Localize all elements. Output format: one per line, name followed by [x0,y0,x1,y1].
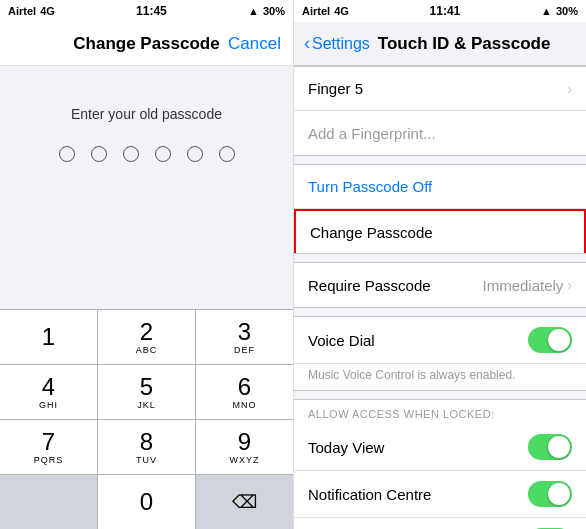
passcode-dot [59,146,75,162]
key-num: 8 [140,430,153,454]
numpad-row-2: 4 GHI 5 JKL 6 MNO [0,364,293,419]
left-status-bar: Airtel 4G 11:45 ▲ 30% [0,0,293,22]
numpad-key-4[interactable]: 4 GHI [0,365,98,419]
require-passcode-item[interactable]: Require Passcode Immediately › [294,263,586,307]
key-letters: WXYZ [230,455,260,465]
right-panel: Airtel 4G 11:41 ▲ 30% ‹ Settings Touch I… [293,0,586,529]
chevron-right-icon: › [567,277,572,293]
back-chevron-icon: ‹ [304,33,310,54]
require-passcode-group: Require Passcode Immediately › [294,262,586,308]
left-network: 4G [40,5,55,17]
notification-centre-item[interactable]: Notification Centre [294,471,586,518]
numpad-key-8[interactable]: 8 TUV [98,420,196,474]
key-num: 1 [42,325,55,349]
right-time: 11:41 [430,4,461,18]
key-letters: PQRS [34,455,64,465]
notification-centre-label: Notification Centre [308,486,431,503]
key-num: 6 [238,375,251,399]
right-battery: 30% [556,5,578,17]
left-nav-title: Change Passcode [73,34,219,54]
right-nav-bar: ‹ Settings Touch ID & Passcode [294,22,586,66]
left-carrier: Airtel [8,5,36,17]
settings-list: Finger 5 › Add a Fingerprint... Turn Pas… [294,66,586,529]
today-view-item[interactable]: Today View [294,424,586,471]
key-num: 7 [42,430,55,454]
numpad-row-4: 0 ⌫ [0,474,293,529]
notification-centre-toggle[interactable] [528,481,572,507]
left-status-right: ▲ 30% [248,5,285,17]
key-letters: GHI [39,400,58,410]
passcode-dots [59,146,235,162]
numpad-backspace-button[interactable]: ⌫ [196,475,293,529]
numpad-key-3[interactable]: 3 DEF [196,310,293,364]
key-letters: ABC [136,345,158,355]
key-num: 5 [140,375,153,399]
turn-passcode-off-item[interactable]: Turn Passcode Off [294,165,586,209]
locked-access-header: ALLOW ACCESS WHEN LOCKED: [294,400,586,424]
passcode-section: Enter your old passcode [0,66,293,309]
change-passcode-label: Change Passcode [310,224,433,241]
passcode-dot [187,146,203,162]
require-passcode-label: Require Passcode [308,277,431,294]
right-nav-title: Touch ID & Passcode [378,34,551,54]
today-view-label: Today View [308,439,384,456]
finger5-chevron: › [567,81,572,97]
today-view-toggle[interactable] [528,434,572,460]
numpad: 1 2 ABC 3 DEF 4 GHI 5 JKL 6 MNO [0,309,293,529]
turn-passcode-off-label: Turn Passcode Off [308,178,432,195]
left-panel: Airtel 4G 11:45 ▲ 30% Change Passcode Ca… [0,0,293,529]
key-letters: DEF [234,345,255,355]
right-status-right: ▲ 30% [541,5,578,17]
voice-dial-toggle[interactable] [528,327,572,353]
left-battery: 30% [263,5,285,17]
voice-dial-item[interactable]: Voice Dial [294,317,586,364]
numpad-key-7[interactable]: 7 PQRS [0,420,98,474]
numpad-key-0[interactable]: 0 [98,475,196,529]
locked-access-group: ALLOW ACCESS WHEN LOCKED: Today View Not… [294,399,586,529]
left-nav-bar: Change Passcode Cancel [0,22,293,66]
numpad-row-1: 1 2 ABC 3 DEF [0,309,293,364]
numpad-key-9[interactable]: 9 WXYZ [196,420,293,474]
key-num: 0 [140,490,153,514]
right-status-left: Airtel 4G [302,5,349,17]
require-passcode-value: Immediately › [482,277,572,294]
numpad-key-6[interactable]: 6 MNO [196,365,293,419]
right-status-bar: Airtel 4G 11:41 ▲ 30% [294,0,586,22]
passcode-prompt: Enter your old passcode [71,106,222,122]
key-num: 4 [42,375,55,399]
back-button[interactable]: ‹ Settings [304,33,370,54]
passcode-dot [123,146,139,162]
passcode-group: Turn Passcode Off Change Passcode [294,164,586,254]
left-time: 11:45 [136,4,167,18]
control-centre-item[interactable]: Control Centre [294,518,586,529]
numpad-key-2[interactable]: 2 ABC [98,310,196,364]
passcode-dot [155,146,171,162]
key-letters: TUV [136,455,157,465]
left-status-left: Airtel 4G [8,5,55,17]
key-num: 2 [140,320,153,344]
key-letters: JKL [137,400,156,410]
key-letters: MNO [233,400,257,410]
voice-dial-label: Voice Dial [308,332,375,349]
numpad-row-3: 7 PQRS 8 TUV 9 WXYZ [0,419,293,474]
numpad-key-empty [0,475,98,529]
fingerprint-group: Finger 5 › Add a Fingerprint... [294,66,586,156]
add-fingerprint-item[interactable]: Add a Fingerprint... [294,111,586,155]
backspace-icon: ⌫ [232,493,257,511]
numpad-key-1[interactable]: 1 [0,310,98,364]
key-num: 9 [238,430,251,454]
change-passcode-item[interactable]: Change Passcode [294,209,586,253]
cancel-button[interactable]: Cancel [228,34,281,54]
voice-dial-footer: Music Voice Control is always enabled. [294,364,586,390]
numpad-key-5[interactable]: 5 JKL [98,365,196,419]
right-wifi-icon: ▲ [541,5,552,17]
right-carrier: Airtel [302,5,330,17]
finger5-item[interactable]: Finger 5 › [294,67,586,111]
chevron-right-icon: › [567,81,572,97]
add-fingerprint-label: Add a Fingerprint... [308,125,436,142]
left-wifi-icon: ▲ [248,5,259,17]
right-network: 4G [334,5,349,17]
back-label: Settings [312,35,370,53]
passcode-dot [219,146,235,162]
key-num: 3 [238,320,251,344]
